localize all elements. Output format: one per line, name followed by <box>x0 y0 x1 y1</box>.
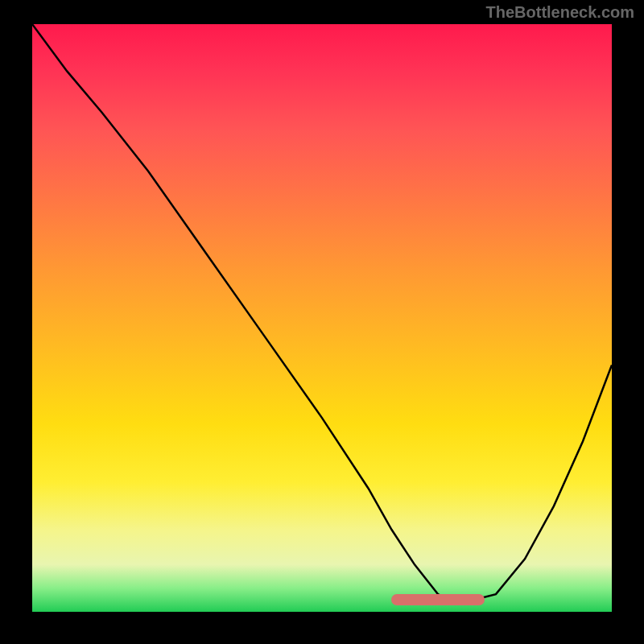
watermark-text: TheBottleneck.com <box>486 3 634 22</box>
curve-line <box>32 24 612 612</box>
chart-container: TheBottleneck.com <box>0 0 644 644</box>
highlighted-minimum-segment <box>391 594 484 605</box>
plot-area <box>32 24 612 612</box>
